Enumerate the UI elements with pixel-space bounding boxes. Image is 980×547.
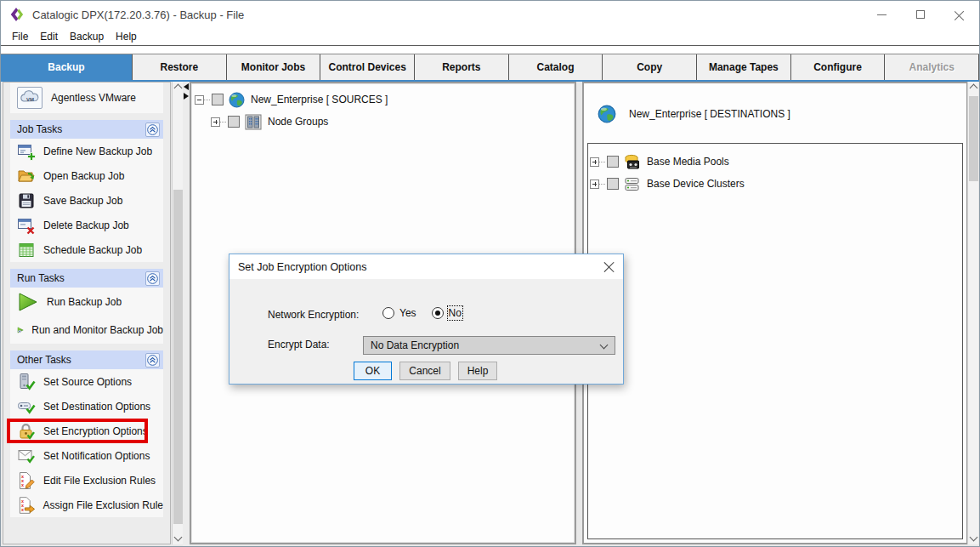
menu-file[interactable]: File xyxy=(6,29,34,44)
section-title: Job Tasks xyxy=(17,123,62,135)
radio-yes[interactable] xyxy=(382,307,394,319)
radio-option-no[interactable]: No xyxy=(432,307,462,319)
sidebar-scrollbar-thumb[interactable] xyxy=(173,190,183,524)
run-tasks-list: Run Backup Job Run and Monitor Backup Jo… xyxy=(10,288,163,344)
menu-backup[interactable]: Backup xyxy=(64,29,110,44)
chevron-down-icon xyxy=(600,341,609,350)
menu-edit[interactable]: Edit xyxy=(34,29,64,44)
radio-no[interactable] xyxy=(432,307,444,319)
media-pools-icon xyxy=(624,154,641,170)
network-encryption-row: Network Encryption: xyxy=(268,309,359,321)
destinations-panel: New_Enterprise [ DESTINATIONS ] xyxy=(582,82,968,544)
section-header-run-tasks: Run Tasks xyxy=(10,269,163,288)
task-set-destination-options[interactable]: Set Destination Options xyxy=(10,394,163,419)
chevron-double-up-icon xyxy=(147,355,158,366)
svg-text:VM: VM xyxy=(26,97,34,102)
task-define-new-backup-job[interactable]: Define New Backup Job xyxy=(10,139,163,163)
task-delete-backup-job[interactable]: Delete Backup Job xyxy=(10,213,163,237)
tab-configure[interactable]: Configure xyxy=(791,54,886,80)
task-set-source-options[interactable]: Set Source Options xyxy=(10,369,163,394)
scroll-up-icon[interactable] xyxy=(174,84,183,93)
cancel-button[interactable]: Cancel xyxy=(399,362,450,380)
destinations-scrollbar[interactable] xyxy=(967,82,978,544)
tree-label[interactable]: New_Enterprise [ SOURCES ] xyxy=(251,94,388,105)
set-source-options-icon xyxy=(17,373,36,391)
tab-control-devices[interactable]: Control Devices xyxy=(320,54,415,80)
tab-reports[interactable]: Reports xyxy=(415,54,509,80)
tree-row-base-device-clusters[interactable]: Base Device Clusters xyxy=(590,173,962,195)
ok-button[interactable]: OK xyxy=(354,362,392,380)
maximize-button[interactable] xyxy=(901,1,940,28)
tree-label[interactable]: Base Media Pools xyxy=(647,156,729,168)
tab-copy[interactable]: Copy xyxy=(603,54,697,80)
tree-row-base-media-pools[interactable]: Base Media Pools xyxy=(590,151,962,173)
task-save-backup-job[interactable]: Save Backup Job xyxy=(10,188,163,213)
task-sidebar: VM Agentless VMware Job Tasks xyxy=(3,82,171,544)
scroll-down-icon[interactable] xyxy=(970,533,978,542)
task-open-backup-job[interactable]: Open Backup Job xyxy=(10,163,163,188)
device-clusters-icon xyxy=(624,176,641,192)
globe-icon xyxy=(229,92,245,108)
destinations-tree-box: Base Media Pools Base Device Cl xyxy=(587,143,963,539)
tab-monitor-jobs[interactable]: Monitor Jobs xyxy=(227,54,321,80)
tab-backup[interactable]: Backup xyxy=(1,54,133,80)
section-header-other-tasks: Other Tasks xyxy=(10,350,163,369)
task-edit-file-exclusion-rules[interactable]: x x x Edit File Exclusion Rules xyxy=(10,468,163,493)
destinations-header: New_Enterprise [ DESTINATIONS ] xyxy=(584,83,966,129)
base-media-pools-checkbox[interactable] xyxy=(607,156,619,168)
tab-catalog[interactable]: Catalog xyxy=(509,54,603,80)
encrypt-data-dropdown[interactable]: No Data Encryption xyxy=(363,336,615,355)
panel-splitter[interactable] xyxy=(183,82,190,546)
node-groups-checkbox[interactable] xyxy=(228,116,240,128)
task-run-and-monitor-backup-job[interactable]: Run and Monitor Backup Job xyxy=(10,316,163,344)
menu-help[interactable]: Help xyxy=(110,29,143,44)
minimize-button[interactable] xyxy=(862,1,901,28)
task-assign-file-exclusion-rule[interactable]: x x x Assign File Exclusion Rule xyxy=(10,493,163,517)
node-groups-icon xyxy=(245,114,262,130)
save-backup-job-icon xyxy=(17,191,36,210)
tree-label[interactable]: Node Groups xyxy=(268,116,328,128)
expand-right-icon[interactable] xyxy=(184,93,189,100)
tab-manage-tapes[interactable]: Manage Tapes xyxy=(697,54,791,80)
collapse-section-button[interactable] xyxy=(145,123,160,137)
collapse-section-button[interactable] xyxy=(145,353,160,368)
collapse-left-icon[interactable] xyxy=(184,83,189,90)
collapse-section-button[interactable] xyxy=(145,271,160,286)
tab-restore[interactable]: Restore xyxy=(133,54,227,80)
task-schedule-backup-job[interactable]: Schedule Backup Job xyxy=(10,237,163,262)
collapse-expander-icon[interactable] xyxy=(195,95,204,105)
scroll-up-icon[interactable] xyxy=(970,84,978,93)
radio-yes-label: Yes xyxy=(399,307,416,319)
tree-label[interactable]: Base Device Clusters xyxy=(647,178,745,190)
task-run-backup-job[interactable]: Run Backup Job xyxy=(10,288,163,316)
destinations-root-label[interactable]: New_Enterprise [ DESTINATIONS ] xyxy=(629,108,790,120)
radio-no-label: No xyxy=(449,307,462,319)
set-destination-options-icon xyxy=(17,397,36,416)
expand-expander-icon[interactable] xyxy=(211,117,220,127)
chevron-double-up-icon xyxy=(147,124,158,135)
sources-root-checkbox[interactable] xyxy=(212,94,224,105)
close-button[interactable] xyxy=(940,1,979,28)
sidebar-scrollbar[interactable] xyxy=(172,82,183,544)
task-set-encryption-options[interactable]: Set Encryption Options xyxy=(10,419,163,443)
base-device-clusters-checkbox[interactable] xyxy=(607,178,619,190)
tree-row-new-enterprise-sources[interactable]: New_Enterprise [ SOURCES ] xyxy=(195,88,575,111)
dialog-title: Set Job Encryption Options xyxy=(238,261,366,273)
help-button[interactable]: Help xyxy=(458,362,497,380)
scroll-down-icon[interactable] xyxy=(174,533,183,542)
expand-expander-icon[interactable] xyxy=(590,179,599,189)
tree-row-node-groups[interactable]: Node Groups xyxy=(195,111,575,133)
run-and-monitor-backup-job-icon xyxy=(17,320,24,340)
tab-analytics: Analytics xyxy=(885,54,979,80)
globe-icon xyxy=(598,105,616,123)
run-backup-job-icon xyxy=(17,292,39,312)
sidebar-item-agentless-vmware[interactable]: VM Agentless VMware xyxy=(10,83,163,113)
maximize-icon xyxy=(916,10,925,19)
expand-expander-icon[interactable] xyxy=(590,157,599,167)
edit-file-exclusion-rules-icon: x x x xyxy=(17,471,36,490)
destinations-scrollbar-thumb[interactable] xyxy=(969,96,978,181)
dialog-close-icon[interactable] xyxy=(603,261,615,272)
task-set-notification-options[interactable]: Set Notification Options xyxy=(10,443,163,468)
encrypt-data-value: No Data Encryption xyxy=(371,339,459,351)
radio-option-yes[interactable]: Yes xyxy=(382,307,416,319)
